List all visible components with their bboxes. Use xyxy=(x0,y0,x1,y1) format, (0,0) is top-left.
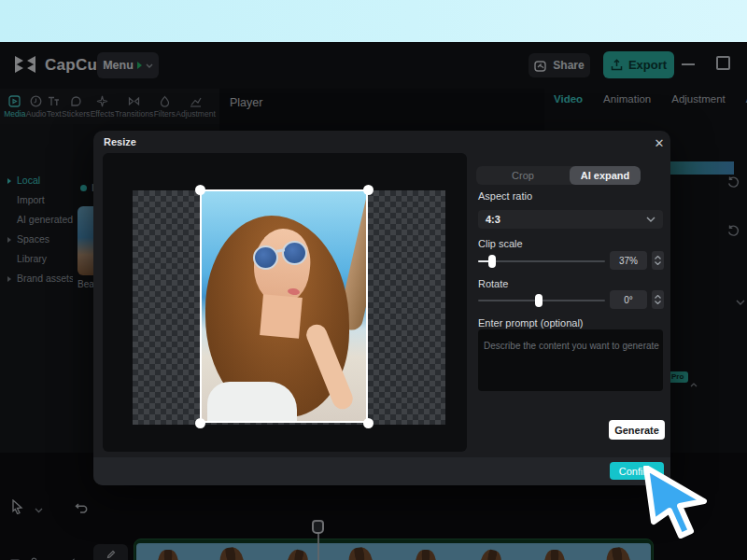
tab-ai-expand[interactable]: AI expand xyxy=(570,166,641,185)
resize-canvas xyxy=(103,153,467,452)
resize-handle-top-right[interactable] xyxy=(363,185,374,195)
close-icon[interactable]: ✕ xyxy=(651,134,668,151)
resize-handle-bottom-left[interactable] xyxy=(195,418,205,428)
clip-scale-value[interactable]: 37% xyxy=(610,251,647,270)
resize-handle-top-left[interactable] xyxy=(195,185,205,195)
clip-scale-slider-thumb[interactable] xyxy=(488,255,496,268)
prompt-textarea[interactable]: Describe the content you want to generat… xyxy=(478,329,663,391)
sunglasses-lens xyxy=(282,241,307,265)
clip-scale-label: Clip scale xyxy=(478,238,523,249)
mode-tabs: Crop AI expand xyxy=(476,166,641,185)
aspect-ratio-select[interactable]: 4:3 xyxy=(478,210,663,229)
prompt-label: Enter prompt (optional) xyxy=(478,317,584,329)
clip-scale-slider[interactable] xyxy=(478,260,605,262)
prompt-placeholder: Describe the content you want to generat… xyxy=(484,341,659,351)
rotate-slider-thumb[interactable] xyxy=(535,294,543,307)
chevron-down-icon xyxy=(646,217,655,222)
capcut-app-window: CapCut Menu Share Export Media xyxy=(0,42,747,560)
resize-dialog: Resize ✕ xyxy=(93,131,670,485)
screen: CapCut Menu Share Export Media xyxy=(0,0,747,560)
subject-neck xyxy=(260,294,303,338)
stepper-down-icon xyxy=(655,301,661,304)
dialog-title: Resize xyxy=(104,136,136,147)
desktop-banner xyxy=(0,0,747,42)
clip-preview-image[interactable] xyxy=(200,189,368,423)
generate-button[interactable]: Generate xyxy=(609,420,665,440)
clip-scale-stepper[interactable] xyxy=(652,251,664,270)
stepper-down-icon xyxy=(655,261,661,265)
aspect-ratio-value: 4:3 xyxy=(486,214,500,225)
rotate-value[interactable]: 0° xyxy=(610,290,647,309)
stepper-up-icon xyxy=(655,295,661,299)
rotate-stepper[interactable] xyxy=(652,290,664,309)
sunglasses-lens xyxy=(253,245,278,270)
dialog-footer: Confirm xyxy=(93,457,670,485)
resize-handle-bottom-right[interactable] xyxy=(363,418,374,428)
mouse-cursor xyxy=(642,466,712,544)
subject-top xyxy=(207,382,297,423)
aspect-ratio-label: Aspect ratio xyxy=(478,190,532,202)
stepper-up-icon xyxy=(655,256,661,259)
tab-crop[interactable]: Crop xyxy=(476,166,570,185)
rotate-label: Rotate xyxy=(478,278,508,289)
